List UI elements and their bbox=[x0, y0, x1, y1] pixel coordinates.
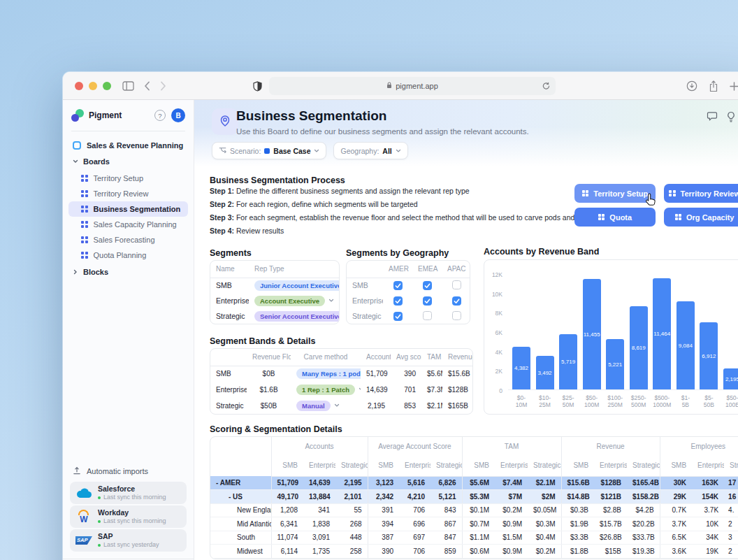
cell: 6,826 bbox=[430, 476, 462, 490]
cell: 6.5K bbox=[660, 531, 692, 545]
column-header: APAC bbox=[442, 261, 470, 278]
bar: 4,382 bbox=[512, 347, 530, 389]
x-axis-tick: $0-10M bbox=[512, 394, 530, 408]
row-label: New England bbox=[210, 503, 271, 517]
carve-method-pill[interactable]: Manual bbox=[296, 401, 331, 411]
row-label[interactable]: - US bbox=[210, 490, 271, 504]
column-header: EMEA bbox=[412, 261, 442, 278]
upload-icon bbox=[73, 466, 81, 476]
checkbox-enterprise-amer[interactable] bbox=[393, 296, 403, 306]
new-tab-icon[interactable] bbox=[730, 82, 738, 91]
column-header bbox=[210, 349, 247, 366]
cell: $5.3M bbox=[462, 490, 495, 504]
checkbox-enterprise-apac[interactable] bbox=[452, 296, 461, 306]
cell: $14.8B bbox=[561, 490, 594, 504]
lightbulb-icon[interactable] bbox=[727, 111, 735, 124]
carve-method-pill[interactable]: Many Reps : 1 pod bbox=[296, 368, 361, 379]
chevron-down-icon bbox=[334, 402, 340, 410]
bar: 3,492 bbox=[536, 356, 554, 389]
scenario-selector[interactable]: Scenario: Base Case bbox=[212, 142, 326, 159]
checkbox-smb-apac[interactable] bbox=[452, 280, 461, 289]
rep-type-pill[interactable]: Senior Account Executive bbox=[254, 311, 339, 322]
blocks-toggle[interactable]: Blocks bbox=[63, 263, 194, 281]
sidebar-item-workspace[interactable]: Sales & Revenue Planning bbox=[63, 138, 194, 152]
zoom-window-button[interactable] bbox=[103, 82, 111, 90]
cell: 706 bbox=[399, 503, 430, 517]
cell: $2M bbox=[528, 490, 561, 504]
column-header: AMER bbox=[383, 261, 412, 278]
table-row: SMB$0BMany Reps : 1 pod51,709390$5.6M$15… bbox=[210, 366, 472, 382]
geography-selector[interactable]: Geography: All bbox=[333, 142, 407, 159]
sidebar-toggle-icon[interactable] bbox=[122, 81, 134, 91]
cell: 847 bbox=[430, 531, 462, 545]
bar: 5,221 bbox=[606, 339, 624, 389]
row-label: Mid Atlantic bbox=[210, 517, 271, 531]
column-header: Strategic bbox=[430, 455, 462, 476]
x-axis-tick: $10-25M bbox=[536, 394, 554, 408]
boards-toggle[interactable]: Boards bbox=[63, 152, 194, 171]
sidebar-item-territory-setup[interactable]: Territory Setup bbox=[68, 171, 188, 186]
sidebar-item-sales-forecasting[interactable]: Sales Forecasting bbox=[68, 232, 188, 247]
carve-method-pill[interactable]: 1 Rep : 1 Patch bbox=[296, 385, 355, 395]
cell: 1,735 bbox=[303, 545, 335, 559]
rep-type-pill[interactable]: Junior Account Executive bbox=[254, 280, 339, 291]
scenario-icon bbox=[219, 147, 226, 155]
cell: 5,121 bbox=[430, 490, 462, 504]
import-card-workday[interactable]: WWorkdayLast sync this morning bbox=[70, 505, 187, 528]
column-header: Enterprise bbox=[594, 455, 627, 476]
sidebar-item-territory-review[interactable]: Territory Review bbox=[68, 186, 188, 201]
minimize-window-button[interactable] bbox=[89, 82, 97, 90]
accounts-by-revenue-band-chart: 12K10K8K6K4K2K04,3823,4925,71911,4555,22… bbox=[484, 259, 738, 415]
checkbox-smb-emea[interactable] bbox=[423, 281, 432, 290]
checkbox-strategic-amer[interactable] bbox=[393, 312, 403, 321]
column-header: SMB bbox=[660, 455, 692, 476]
row-label[interactable]: - AMER bbox=[210, 476, 271, 490]
rep-type-pill[interactable]: Account Executive bbox=[254, 296, 325, 306]
column-header: Strategic bbox=[627, 455, 660, 476]
cell: $165.4B bbox=[627, 476, 660, 490]
cell: 16 bbox=[724, 490, 738, 504]
import-card-salesforce[interactable]: SalesforceLast sync this morning bbox=[70, 482, 187, 504]
segment-bands-table: Revenue FloorCarve methodAccountsAvg sco… bbox=[210, 348, 473, 415]
address-bar[interactable]: pigment.app bbox=[269, 77, 556, 95]
sidebar-item-sales-capacity-planning[interactable]: Sales Capacity Planning bbox=[68, 217, 188, 232]
help-button[interactable]: ? bbox=[154, 110, 166, 121]
column-header: Strategic bbox=[528, 455, 561, 476]
cell: 448 bbox=[335, 531, 368, 545]
cell: 859 bbox=[430, 545, 462, 559]
chevron-down-icon bbox=[359, 386, 361, 394]
import-card-sap[interactable]: SAPSAPLast sync yesterday bbox=[70, 529, 187, 552]
url-text: pigment.app bbox=[396, 82, 438, 90]
reload-icon[interactable] bbox=[542, 82, 550, 92]
column-header: Revenue bbox=[442, 349, 472, 366]
column-header: Enterprise bbox=[303, 455, 335, 476]
org-capacity-button[interactable]: Org Capacity bbox=[664, 208, 738, 227]
checkbox-strategic-emea[interactable] bbox=[423, 311, 432, 320]
comment-icon[interactable] bbox=[707, 111, 718, 124]
back-icon[interactable] bbox=[144, 81, 150, 91]
checkbox-enterprise-emea[interactable] bbox=[423, 296, 432, 306]
cell: 3,123 bbox=[368, 476, 399, 490]
cell: $0.7M bbox=[462, 517, 495, 531]
column-header: Enterprise bbox=[399, 455, 430, 476]
sidebar-item-business-segmentation[interactable]: Business Segmentation bbox=[68, 201, 188, 217]
territory-review-button[interactable]: Territory Review bbox=[664, 184, 738, 203]
cell: 2,195 bbox=[335, 476, 368, 490]
sidebar-item-quota-planning[interactable]: Quota Planning bbox=[68, 247, 188, 263]
cell: $15.6B bbox=[561, 476, 594, 490]
checkbox-smb-amer[interactable] bbox=[393, 281, 403, 290]
desktop: { "browser": { "url": "pigment.app", "wi… bbox=[0, 0, 738, 560]
table-row: StrategicSenior Account Executive bbox=[210, 308, 339, 324]
downloads-icon[interactable] bbox=[686, 80, 697, 92]
avatar[interactable]: B bbox=[171, 108, 185, 122]
close-window-button[interactable] bbox=[75, 82, 83, 90]
cell: 341 bbox=[303, 503, 335, 517]
forward-icon[interactable] bbox=[160, 81, 166, 91]
checkbox-strategic-apac[interactable] bbox=[452, 311, 461, 320]
cell: 51,709 bbox=[271, 476, 303, 490]
privacy-shield-icon[interactable] bbox=[253, 81, 262, 94]
share-icon[interactable] bbox=[709, 80, 718, 92]
cell: $1.9B bbox=[561, 517, 594, 531]
column-header: Name bbox=[210, 261, 249, 278]
x-axis-tick: $5-50B bbox=[700, 394, 718, 408]
